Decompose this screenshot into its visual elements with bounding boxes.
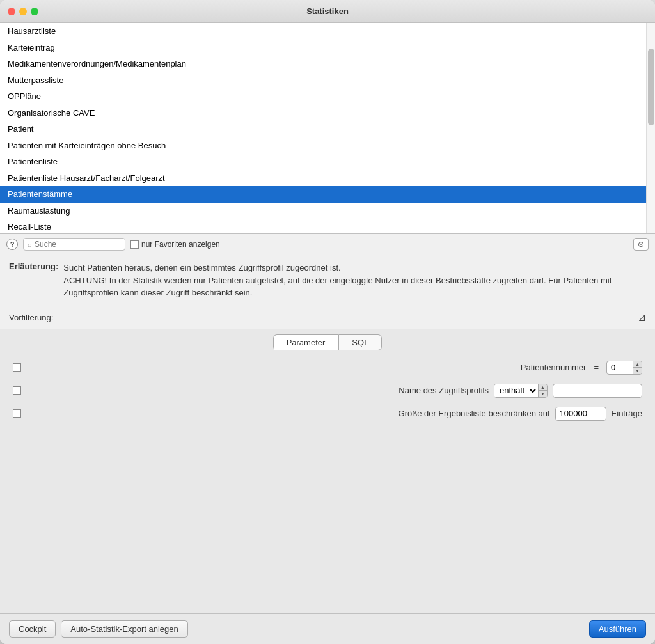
list-item[interactable]: Patientenliste Hausarzt/Facharzt/Folgear… xyxy=(0,170,646,187)
description-row: Erläuterung: Sucht Patienten heraus, den… xyxy=(9,262,646,299)
spinner-up-1[interactable]: ▲ xyxy=(633,361,642,368)
select-arrows-2: ▲ ▼ xyxy=(538,384,547,397)
tabs-section: Parameter SQL xyxy=(0,329,655,350)
more-options-button[interactable]: ⊙ xyxy=(633,238,649,251)
bottom-bar: Cockpit Auto-Statistik-Export anlegen Au… xyxy=(0,613,655,644)
run-button[interactable]: Ausführen xyxy=(589,620,646,638)
close-button[interactable] xyxy=(8,8,15,15)
list-item[interactable]: Organisatorische CAVE xyxy=(0,105,646,122)
patientennummer-spinner: ▲ ▼ xyxy=(606,361,642,375)
search-input-wrapper: ⌕ xyxy=(23,238,125,251)
search-bar-right: ⊙ xyxy=(633,238,649,251)
param-checkbox-3[interactable] xyxy=(13,409,21,418)
window-controls xyxy=(8,8,38,15)
list-item[interactable]: Patient xyxy=(0,121,646,137)
window-title: Statistiken xyxy=(306,6,349,16)
param-row-1: Patientennummer = ▲ ▼ xyxy=(13,361,642,375)
param-row-3: Größe der Ergebnisliste beschränken auf … xyxy=(13,407,642,421)
help-label: ? xyxy=(10,240,15,248)
spinner-arrows-1: ▲ ▼ xyxy=(633,361,642,374)
favorites-checkbox[interactable] xyxy=(130,240,139,249)
param-label-1: Patientennummer xyxy=(521,363,587,372)
spinner-down-1[interactable]: ▼ xyxy=(633,368,642,374)
list-item[interactable]: Medikamentenverordnungen/Medikamentenpla… xyxy=(0,56,646,72)
more-options-icon: ⊙ xyxy=(638,240,644,249)
param-label-2: Name des Zugriffsprofils xyxy=(399,386,489,395)
list-item[interactable]: Patientenliste xyxy=(0,153,646,170)
minimize-button[interactable] xyxy=(19,8,27,15)
statistics-list-section: HausarztlisteKarteieintragMedikamentenve… xyxy=(0,23,655,234)
help-button[interactable]: ? xyxy=(6,239,18,250)
param-checkbox-2[interactable] xyxy=(13,386,21,395)
scrollbar[interactable] xyxy=(646,23,655,233)
description-text: Sucht Patienten heraus, denen ein bestim… xyxy=(63,262,646,299)
filter-section: Vorfilterung: ⊿ xyxy=(0,306,655,329)
param-checkbox-1[interactable] xyxy=(13,363,21,372)
select-down-2[interactable]: ▼ xyxy=(539,391,547,397)
scrollbar-thumb[interactable] xyxy=(648,49,654,125)
list-item[interactable]: Mutterpassliste xyxy=(0,72,646,89)
list-item[interactable]: Raumauslastung xyxy=(0,203,646,219)
zugriffsprofile-input[interactable] xyxy=(553,384,642,398)
search-input[interactable] xyxy=(35,240,111,249)
tab-sql[interactable]: SQL xyxy=(338,334,382,350)
filter-icon[interactable]: ⊿ xyxy=(638,311,646,324)
ergebnisliste-size-input[interactable] xyxy=(555,407,606,421)
list-item[interactable]: Recall-Liste xyxy=(0,219,646,233)
favorites-label: nur Favoriten anzeigen xyxy=(141,240,220,249)
search-icon: ⌕ xyxy=(28,240,32,248)
content-area: HausarztlisteKarteieintragMedikamentenve… xyxy=(0,23,655,644)
zugriffsprofile-select[interactable]: enthält xyxy=(494,384,538,397)
export-button[interactable]: Auto-Statistik-Export anlegen xyxy=(61,620,187,638)
list-item[interactable]: Patientenstämme xyxy=(0,186,646,203)
description-section: Erläuterung: Sucht Patienten heraus, den… xyxy=(0,255,655,306)
cockpit-button[interactable]: Cockpit xyxy=(9,620,56,638)
search-bar: ? ⌕ nur Favoriten anzeigen ⊙ xyxy=(0,234,655,255)
entries-label: Einträge xyxy=(612,409,642,418)
description-label: Erläuterung: xyxy=(9,262,58,299)
param-operator-1: = xyxy=(591,363,601,372)
list-item[interactable]: Hausarztliste xyxy=(0,23,646,40)
select-up-2[interactable]: ▲ xyxy=(539,384,547,391)
main-window: Statistiken HausarztlisteKarteieintragMe… xyxy=(0,0,655,644)
list-item[interactable]: Patienten mit Karteieinträgen ohne Besuc… xyxy=(0,137,646,154)
statistics-list: HausarztlisteKarteieintragMedikamentenve… xyxy=(0,23,646,233)
favorites-filter: nur Favoriten anzeigen xyxy=(130,240,220,249)
list-item[interactable]: Karteieintrag xyxy=(0,40,646,56)
patientennummer-value[interactable] xyxy=(607,361,633,374)
maximize-button[interactable] xyxy=(31,8,38,15)
filter-label: Vorfilterung: xyxy=(9,313,53,322)
zugriffsprofile-select-wrapper: enthält ▲ ▼ xyxy=(494,384,548,398)
parameters-section: Patientennummer = ▲ ▼ Name des Zugriffsp… xyxy=(0,350,655,614)
titlebar: Statistiken xyxy=(0,0,655,23)
param-label-3: Größe der Ergebnisliste beschränken auf xyxy=(399,409,550,418)
bottom-left-buttons: Cockpit Auto-Statistik-Export anlegen xyxy=(9,620,188,638)
tab-parameter[interactable]: Parameter xyxy=(273,334,339,350)
param-row-2: Name des Zugriffsprofils enthält ▲ ▼ xyxy=(13,384,642,398)
list-item[interactable]: OPPläne xyxy=(0,88,646,105)
